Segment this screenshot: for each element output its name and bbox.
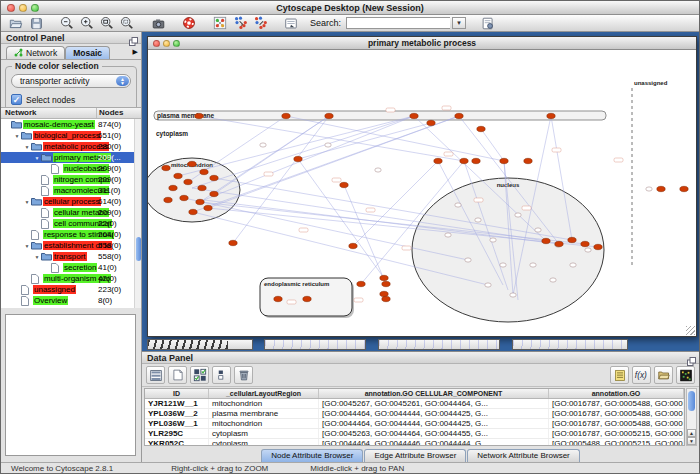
open-session-button[interactable] [7, 16, 25, 31]
expand-arrow-icon[interactable]: ▼ [23, 199, 31, 205]
network-node[interactable] [542, 238, 550, 243]
network-node[interactable] [282, 113, 290, 118]
network-node[interactable] [189, 209, 197, 214]
network-edge[interactable] [178, 116, 414, 176]
zoom-in-button[interactable] [78, 16, 96, 31]
tree-row[interactable]: macromolecule311(0) [1, 185, 141, 196]
network-node[interactable] [195, 113, 203, 118]
network-node[interactable] [357, 281, 365, 286]
tab-node-attribute-browser[interactable]: Node Attribute Browser [261, 449, 363, 462]
tree-col-nodes[interactable]: Nodes [97, 108, 141, 118]
table-row[interactable]: YKR052Ccytoplasm[GO:0044464, GO:0044446,… [145, 439, 684, 446]
zoom-selected-region-button[interactable] [118, 16, 136, 31]
network-node[interactable] [581, 241, 589, 246]
delete-attribute-button[interactable] [234, 366, 253, 384]
create-attribute-button[interactable] [168, 366, 187, 384]
network-node[interactable] [303, 296, 311, 301]
network-node[interactable] [229, 240, 237, 245]
expand-arrow-icon[interactable]: ▼ [33, 155, 41, 161]
table-row[interactable]: YJR121W__1mitochondrion[GO:0045267, GO:0… [145, 399, 684, 409]
network-node[interactable] [500, 263, 506, 267]
network-node[interactable] [196, 199, 204, 204]
tree-row[interactable]: cellular metabo209(0) [1, 207, 141, 218]
scroll-down-button[interactable]: ▼ [687, 437, 696, 445]
network-node[interactable] [524, 158, 532, 163]
network-node[interactable] [570, 263, 576, 267]
tree-row[interactable]: response to stimulu264(0) [1, 229, 141, 240]
tree-row[interactable]: nitrogen compo209(0) [1, 174, 141, 185]
zoom-out-button[interactable] [58, 16, 76, 31]
network-node[interactable] [200, 169, 208, 174]
table-row[interactable]: YPL036W__2plasma membrane[GO:0044464, GO… [145, 409, 684, 419]
close-button[interactable] [7, 4, 15, 12]
select-attributes-button[interactable] [190, 366, 209, 384]
table-column-header[interactable]: annotation.GO MOLECULAR_FUNCTION [549, 389, 684, 398]
network-node[interactable] [472, 158, 480, 163]
network-node[interactable] [349, 243, 357, 248]
network-node[interactable] [164, 197, 172, 202]
snapshot-button[interactable] [149, 16, 167, 31]
network-node[interactable] [325, 143, 331, 147]
table-column-header[interactable]: annotation.GO CELLULAR_COMPONENT [319, 389, 549, 398]
zoom-button[interactable] [31, 4, 39, 12]
tree-col-network[interactable]: Network [1, 108, 97, 118]
attribute-matrix-button[interactable] [146, 366, 165, 384]
tree-row[interactable]: ▼establishment of lo558(0) [1, 240, 141, 251]
network-zoom-button[interactable] [173, 40, 180, 47]
network-node[interactable] [434, 158, 442, 163]
attribute-table-header[interactable]: ID_cellularLayoutRegionannotation.GO CEL… [145, 389, 684, 399]
network-node[interactable] [657, 186, 665, 191]
network-node[interactable] [445, 233, 451, 237]
network-edge[interactable] [481, 129, 504, 161]
network-node[interactable] [490, 238, 496, 242]
network-edge[interactable] [204, 116, 414, 200]
network-node[interactable] [500, 158, 508, 163]
tab-mosaic[interactable]: Mosaic [65, 46, 110, 59]
network-node[interactable] [646, 187, 652, 191]
network-node[interactable] [380, 275, 388, 280]
table-scrollbar[interactable]: ▲ ▼ [686, 388, 697, 446]
network-node[interactable] [410, 113, 418, 118]
network-node[interactable] [585, 248, 591, 252]
save-session-button[interactable] [27, 16, 45, 31]
network-node[interactable] [375, 168, 381, 172]
network-node[interactable] [594, 244, 602, 249]
network-window-titlebar[interactable]: primary metabolic process [148, 37, 696, 50]
tree-row[interactable]: ▼transport558(0) [1, 251, 141, 262]
table-column-header[interactable]: ID [145, 389, 209, 398]
network-node[interactable] [568, 237, 576, 242]
network-node[interactable] [455, 113, 463, 118]
network-node[interactable] [515, 213, 521, 217]
tree-row[interactable]: Overview8(0) [1, 295, 141, 306]
table-row[interactable]: YLR295Ccytoplasm[GO:0045263, GO:0044464,… [145, 429, 684, 439]
network-close-button[interactable] [153, 40, 160, 47]
network-node[interactable] [455, 203, 461, 207]
network-node[interactable] [325, 113, 333, 118]
attribute-batch-button[interactable] [610, 366, 629, 384]
network-node[interactable] [680, 186, 688, 191]
table-row[interactable]: YPL036W__1mitochondrion[GO:0044464, GO:0… [145, 419, 684, 429]
tree-row[interactable]: ▼cellular process614(0) [1, 196, 141, 207]
network-node[interactable] [477, 126, 485, 131]
network-node[interactable] [260, 143, 266, 147]
apply-layout-button[interactable] [231, 16, 249, 31]
network-node[interactable] [510, 293, 516, 297]
network-node[interactable] [485, 283, 491, 287]
network-node[interactable] [535, 228, 541, 232]
tree-scrollbar-thumb[interactable] [136, 237, 141, 261]
network-node[interactable] [294, 156, 302, 161]
unselect-attributes-button[interactable] [212, 366, 231, 384]
select-nodes-checkbox[interactable]: ✓ [11, 94, 22, 105]
table-column-header[interactable]: _cellularLayoutRegion [209, 389, 319, 398]
tree-row[interactable]: unassigned223(0) [1, 284, 141, 295]
resize-grip-icon[interactable] [686, 326, 695, 335]
expand-arrow-icon[interactable]: ▼ [23, 144, 31, 150]
tree-row[interactable]: ▼biological_process651(0) [1, 130, 141, 141]
background-window[interactable] [147, 339, 253, 350]
background-window[interactable] [264, 339, 366, 350]
tree-row[interactable]: cell communicat22(0) [1, 218, 141, 229]
network-minimize-button[interactable] [163, 40, 170, 47]
network-edge[interactable] [199, 116, 464, 161]
tree-row[interactable]: nucleobase-209(0) [1, 163, 141, 174]
network-node[interactable] [174, 173, 182, 178]
